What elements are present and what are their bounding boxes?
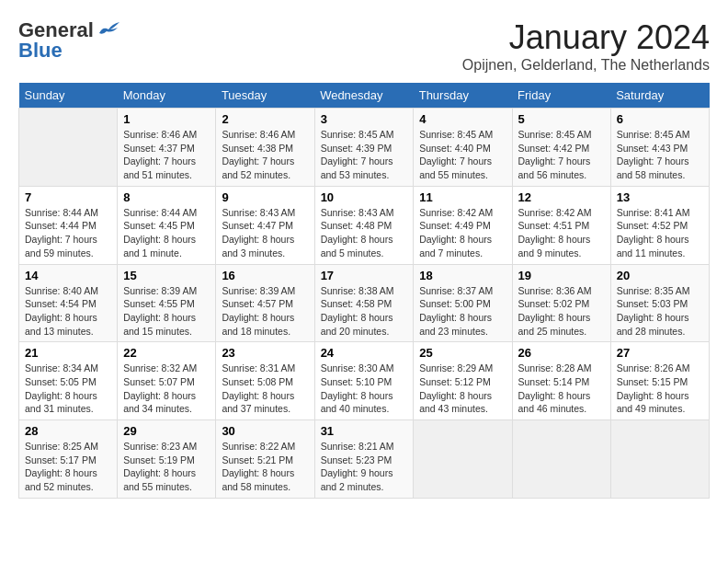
day-number: 17 [321, 269, 408, 282]
weekday-header-thursday: Thursday [414, 83, 512, 109]
weekday-header-saturday: Saturday [610, 83, 709, 109]
calendar-cell [610, 420, 709, 499]
day-number: 25 [419, 346, 506, 360]
day-info: Sunrise: 8:38 AMSunset: 4:58 PMDaylight:… [321, 284, 408, 339]
calendar-cell: 15Sunrise: 8:39 AMSunset: 4:55 PMDayligh… [118, 264, 216, 342]
calendar-cell: 28Sunrise: 8:25 AMSunset: 5:17 PMDayligh… [19, 420, 118, 499]
calendar-cell [414, 420, 512, 499]
day-number: 31 [321, 424, 408, 438]
day-number: 8 [123, 190, 210, 204]
day-number: 2 [222, 112, 308, 126]
day-number: 15 [123, 269, 210, 282]
calendar-cell: 19Sunrise: 8:36 AMSunset: 5:02 PMDayligh… [512, 264, 610, 342]
day-number: 27 [617, 346, 703, 360]
day-number: 13 [617, 190, 703, 204]
calendar-cell: 22Sunrise: 8:32 AMSunset: 5:07 PMDayligh… [118, 342, 216, 420]
day-info: Sunrise: 8:29 AMSunset: 5:12 PMDaylight:… [419, 362, 506, 416]
calendar-cell: 31Sunrise: 8:21 AMSunset: 5:23 PMDayligh… [314, 420, 414, 499]
calendar-cell: 1Sunrise: 8:46 AMSunset: 4:37 PMDaylight… [118, 109, 216, 187]
day-info: Sunrise: 8:22 AMSunset: 5:21 PMDaylight:… [222, 440, 308, 494]
day-number: 19 [518, 269, 605, 282]
calendar-cell: 16Sunrise: 8:39 AMSunset: 4:57 PMDayligh… [216, 264, 314, 342]
day-info: Sunrise: 8:44 AMSunset: 4:44 PMDaylight:… [25, 206, 111, 260]
calendar-cell: 6Sunrise: 8:45 AMSunset: 4:43 PMDaylight… [610, 109, 709, 187]
logo-bird-icon [96, 20, 121, 40]
weekday-header-friday: Friday [512, 83, 610, 109]
day-info: Sunrise: 8:45 AMSunset: 4:40 PMDaylight:… [419, 128, 506, 182]
weekday-header-tuesday: Tuesday [216, 83, 314, 109]
day-number: 3 [321, 112, 408, 126]
calendar-week-3: 14Sunrise: 8:40 AMSunset: 4:54 PMDayligh… [19, 264, 710, 342]
day-info: Sunrise: 8:37 AMSunset: 5:00 PMDaylight:… [419, 284, 506, 339]
calendar-cell: 12Sunrise: 8:42 AMSunset: 4:51 PMDayligh… [512, 186, 610, 264]
calendar-cell: 24Sunrise: 8:30 AMSunset: 5:10 PMDayligh… [314, 342, 414, 420]
calendar-table: SundayMondayTuesdayWednesdayThursdayFrid… [18, 83, 710, 499]
day-info: Sunrise: 8:23 AMSunset: 5:19 PMDaylight:… [123, 440, 210, 494]
calendar-cell: 23Sunrise: 8:31 AMSunset: 5:08 PMDayligh… [216, 342, 314, 420]
calendar-header: SundayMondayTuesdayWednesdayThursdayFrid… [19, 83, 710, 109]
calendar-week-4: 21Sunrise: 8:34 AMSunset: 5:05 PMDayligh… [19, 342, 710, 420]
calendar-cell: 18Sunrise: 8:37 AMSunset: 5:00 PMDayligh… [414, 264, 512, 342]
day-number: 16 [222, 269, 308, 282]
calendar-week-1: 1Sunrise: 8:46 AMSunset: 4:37 PMDaylight… [19, 109, 710, 187]
day-info: Sunrise: 8:40 AMSunset: 4:54 PMDaylight:… [25, 284, 111, 339]
calendar-cell: 14Sunrise: 8:40 AMSunset: 4:54 PMDayligh… [19, 264, 118, 342]
day-number: 9 [222, 190, 308, 204]
day-number: 5 [518, 112, 605, 126]
day-info: Sunrise: 8:34 AMSunset: 5:05 PMDaylight:… [25, 362, 111, 416]
calendar-cell: 8Sunrise: 8:44 AMSunset: 4:45 PMDaylight… [118, 186, 216, 264]
calendar-cell: 5Sunrise: 8:45 AMSunset: 4:42 PMDaylight… [512, 109, 610, 187]
calendar-cell: 20Sunrise: 8:35 AMSunset: 5:03 PMDayligh… [610, 264, 709, 342]
title-block: January 2024 Opijnen, Gelderland, The Ne… [462, 18, 710, 74]
day-number: 20 [617, 269, 703, 282]
day-info: Sunrise: 8:45 AMSunset: 4:39 PMDaylight:… [321, 128, 408, 182]
day-info: Sunrise: 8:39 AMSunset: 4:55 PMDaylight:… [123, 284, 210, 339]
day-info: Sunrise: 8:31 AMSunset: 5:08 PMDaylight:… [222, 362, 308, 416]
day-number: 4 [419, 112, 506, 126]
calendar-cell: 10Sunrise: 8:43 AMSunset: 4:48 PMDayligh… [314, 186, 414, 264]
day-info: Sunrise: 8:36 AMSunset: 5:02 PMDaylight:… [518, 284, 605, 339]
day-number: 11 [419, 190, 506, 204]
day-number: 26 [518, 346, 605, 360]
calendar-cell: 9Sunrise: 8:43 AMSunset: 4:47 PMDaylight… [216, 186, 314, 264]
day-info: Sunrise: 8:30 AMSunset: 5:10 PMDaylight:… [321, 362, 408, 416]
page-header: General Blue January 2024 Opijnen, Gelde… [18, 18, 710, 74]
day-info: Sunrise: 8:46 AMSunset: 4:37 PMDaylight:… [123, 128, 210, 182]
month-title: January 2024 [462, 18, 710, 57]
day-number: 24 [321, 346, 408, 360]
day-info: Sunrise: 8:45 AMSunset: 4:43 PMDaylight:… [617, 128, 703, 182]
day-info: Sunrise: 8:32 AMSunset: 5:07 PMDaylight:… [123, 362, 210, 416]
day-info: Sunrise: 8:43 AMSunset: 4:48 PMDaylight:… [321, 206, 408, 260]
day-info: Sunrise: 8:46 AMSunset: 4:38 PMDaylight:… [222, 128, 308, 182]
day-info: Sunrise: 8:26 AMSunset: 5:15 PMDaylight:… [617, 362, 703, 416]
calendar-cell: 11Sunrise: 8:42 AMSunset: 4:49 PMDayligh… [414, 186, 512, 264]
calendar-cell: 7Sunrise: 8:44 AMSunset: 4:44 PMDaylight… [19, 186, 118, 264]
calendar-cell: 29Sunrise: 8:23 AMSunset: 5:19 PMDayligh… [118, 420, 216, 499]
calendar-cell: 21Sunrise: 8:34 AMSunset: 5:05 PMDayligh… [19, 342, 118, 420]
calendar-cell: 4Sunrise: 8:45 AMSunset: 4:40 PMDaylight… [414, 109, 512, 187]
day-number: 21 [25, 346, 111, 360]
day-info: Sunrise: 8:43 AMSunset: 4:47 PMDaylight:… [222, 206, 308, 260]
weekday-header-sunday: Sunday [19, 83, 118, 109]
day-number: 18 [419, 269, 506, 282]
day-info: Sunrise: 8:42 AMSunset: 4:49 PMDaylight:… [419, 206, 506, 260]
day-info: Sunrise: 8:41 AMSunset: 4:52 PMDaylight:… [617, 206, 703, 260]
logo: General Blue [18, 18, 121, 63]
day-number: 14 [25, 269, 111, 282]
day-info: Sunrise: 8:21 AMSunset: 5:23 PMDaylight:… [321, 440, 408, 494]
day-number: 10 [321, 190, 408, 204]
day-number: 30 [222, 424, 308, 438]
calendar-week-2: 7Sunrise: 8:44 AMSunset: 4:44 PMDaylight… [19, 186, 710, 264]
day-info: Sunrise: 8:42 AMSunset: 4:51 PMDaylight:… [518, 206, 605, 260]
day-info: Sunrise: 8:35 AMSunset: 5:03 PMDaylight:… [617, 284, 703, 339]
calendar-cell: 26Sunrise: 8:28 AMSunset: 5:14 PMDayligh… [512, 342, 610, 420]
day-info: Sunrise: 8:45 AMSunset: 4:42 PMDaylight:… [518, 128, 605, 182]
day-number: 28 [25, 424, 111, 438]
day-info: Sunrise: 8:28 AMSunset: 5:14 PMDaylight:… [518, 362, 605, 416]
calendar-week-5: 28Sunrise: 8:25 AMSunset: 5:17 PMDayligh… [19, 420, 710, 499]
day-number: 23 [222, 346, 308, 360]
calendar-cell [19, 109, 118, 187]
day-number: 7 [25, 190, 111, 204]
day-number: 22 [123, 346, 210, 360]
day-number: 1 [123, 112, 210, 126]
